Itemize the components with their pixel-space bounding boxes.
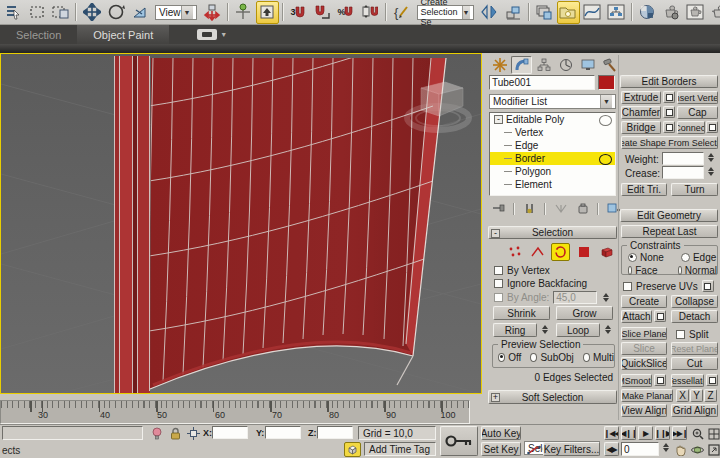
schematic-view-icon[interactable]	[605, 1, 628, 24]
make-planar-x-button[interactable]: X	[676, 389, 689, 402]
slice-button[interactable]: Slice	[621, 342, 667, 355]
material-editor-icon[interactable]	[636, 1, 659, 24]
snap-toggle-3d-icon[interactable]: 3	[287, 1, 310, 24]
key-filters-button[interactable]: Key Filters...	[543, 442, 600, 456]
absolute-offset-mode-icon[interactable]	[184, 425, 203, 442]
reference-coordinate-dropdown[interactable]: View ▼	[155, 5, 197, 20]
cut-button[interactable]: Cut	[671, 357, 718, 370]
stack-item-polygon[interactable]: Polygon	[490, 165, 615, 178]
collapse-minus-icon[interactable]: -	[494, 115, 503, 124]
preview-off-radio[interactable]	[498, 353, 505, 362]
object-color-swatch[interactable]	[598, 75, 615, 90]
constraint-edge-radio[interactable]	[681, 253, 690, 262]
tessellate-settings-button[interactable]	[706, 374, 718, 386]
viewport[interactable]	[0, 53, 482, 394]
stack-item-border[interactable]: Border	[490, 152, 615, 165]
select-and-rotate-icon[interactable]	[104, 1, 127, 24]
border-subobject-icon[interactable]	[551, 243, 570, 261]
make-planar-y-button[interactable]: Y	[690, 389, 703, 402]
attach-settings-button[interactable]	[654, 310, 666, 322]
pin-stack-icon[interactable]	[489, 200, 508, 217]
go-to-end-button[interactable]: ▶▶❙	[672, 426, 687, 440]
add-time-tag[interactable]: Add Time Tag	[364, 442, 436, 456]
by-vertex-checkbox[interactable]	[494, 266, 503, 275]
loop-spinner[interactable]	[603, 325, 613, 334]
grid-align-button[interactable]: Grid Align	[671, 404, 718, 417]
by-angle-checkbox[interactable]	[494, 293, 503, 302]
weight-field[interactable]	[662, 152, 704, 165]
default-tangent-icon[interactable]	[524, 442, 543, 458]
edit-borders-rollout-header[interactable]: Edit Borders	[620, 75, 718, 88]
chamfer-button[interactable]: Chamfer	[621, 106, 661, 119]
collapse-button[interactable]: Collapse	[671, 295, 718, 308]
remove-modifier-icon[interactable]	[573, 200, 592, 217]
angle-snap-icon[interactable]	[311, 1, 334, 24]
preserve-uvs-settings-button[interactable]	[702, 280, 714, 292]
element-subobject-icon[interactable]	[597, 243, 616, 261]
ribbon-tab-selection[interactable]: Selection	[0, 25, 77, 44]
shrink-button[interactable]: Shrink	[493, 306, 550, 320]
curve-editor-icon[interactable]	[581, 1, 604, 24]
modifier-list-dropdown[interactable]: Modifier List ▼	[489, 94, 616, 109]
preview-multi-radio[interactable]	[583, 353, 590, 362]
preview-subobj-radio[interactable]	[530, 353, 537, 362]
crease-spinner[interactable]	[706, 167, 716, 176]
tab-motion[interactable]	[555, 56, 576, 74]
ignore-backfacing-checkbox[interactable]	[494, 279, 503, 288]
z-coordinate-field[interactable]	[317, 426, 353, 439]
chamfer-settings-button[interactable]	[663, 106, 675, 118]
tab-display[interactable]	[577, 56, 598, 74]
orbit-icon[interactable]	[689, 442, 706, 458]
msmooth-button[interactable]: MSmooth	[621, 374, 652, 387]
ring-button[interactable]: Ring	[493, 323, 537, 337]
selection-rollout-header[interactable]: - Selection	[488, 226, 617, 239]
tube-model[interactable]	[114, 54, 446, 393]
stack-item-element[interactable]: Element	[490, 178, 615, 191]
polygon-subobject-icon[interactable]	[574, 243, 593, 261]
quickslice-button[interactable]: QuickSlice	[621, 357, 667, 370]
loop-button[interactable]: Loop	[556, 323, 600, 337]
keyboard-shortcut-override-icon[interactable]	[256, 1, 279, 24]
object-name-field[interactable]: Tube001	[489, 75, 595, 90]
select-by-name-icon[interactable]	[1, 1, 24, 24]
turn-button[interactable]: Turn	[671, 183, 718, 196]
maximize-viewport-icon[interactable]	[705, 442, 720, 458]
isolate-bulb-icon[interactable]	[148, 425, 166, 442]
render-setup-icon[interactable]	[660, 1, 683, 24]
extrude-settings-button[interactable]	[663, 91, 675, 103]
timeline-ruler[interactable]: 30 40 50 60 70 80 90 100	[0, 400, 470, 424]
vertex-subobject-icon[interactable]	[505, 243, 524, 261]
stack-item-edge[interactable]: Edge	[490, 139, 615, 152]
repeat-last-button[interactable]: Repeat Last	[621, 225, 718, 238]
edit-named-selection-sets-icon[interactable]: {	[390, 1, 413, 24]
connect-settings-button[interactable]	[706, 121, 718, 133]
set-keys-button[interactable]	[440, 426, 478, 456]
rectangular-selection-region-icon[interactable]	[25, 1, 48, 24]
ribbon-display-button[interactable]: ▼	[197, 25, 227, 44]
create-shape-button[interactable]: Create Shape From Selection	[621, 136, 718, 149]
select-and-manipulate-icon[interactable]	[232, 1, 255, 24]
rendered-frame-window-icon[interactable]	[684, 1, 707, 24]
scene-explorer-toggle-icon[interactable]	[557, 1, 580, 24]
crease-field[interactable]	[662, 166, 704, 179]
view-align-button[interactable]: View Align	[621, 404, 667, 417]
create-button[interactable]: Create	[621, 295, 667, 308]
extrude-button[interactable]: Extrude	[621, 91, 661, 104]
play-button[interactable]: ▶	[638, 426, 653, 440]
go-to-start-button[interactable]: ❙◀◀	[604, 426, 619, 440]
stack-item-editable-poly[interactable]: - Editable Poly	[490, 113, 615, 126]
bridge-button[interactable]: Bridge	[621, 121, 661, 134]
soft-selection-rollout-header[interactable]: + Soft Selection	[488, 390, 617, 404]
window-crossing-icon[interactable]	[49, 1, 72, 24]
attach-button[interactable]: Attach	[621, 310, 652, 323]
layer-manager-icon[interactable]	[533, 1, 556, 24]
y-coordinate-field[interactable]	[265, 426, 301, 439]
by-angle-field[interactable]: 45,0	[553, 291, 597, 304]
weight-spinner[interactable]	[706, 153, 716, 162]
tessellate-button[interactable]: Tessellate	[671, 374, 704, 387]
show-end-result-icon[interactable]	[520, 200, 539, 217]
select-and-scale-icon[interactable]	[128, 1, 151, 24]
key-mode-toggle-button[interactable]: ❙◀▶❙	[604, 442, 619, 456]
grow-button[interactable]: Grow	[556, 306, 613, 320]
edit-geometry-rollout-header[interactable]: Edit Geometry	[620, 209, 718, 222]
